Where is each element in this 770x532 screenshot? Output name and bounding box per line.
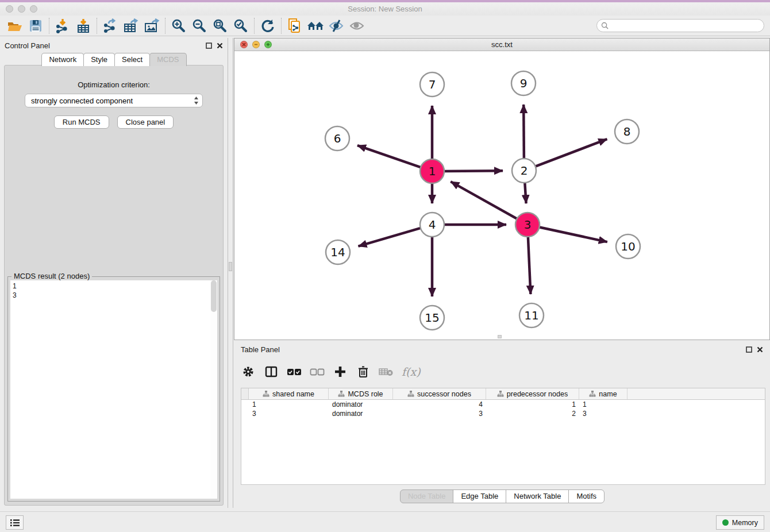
- column-header-predecessor-nodes[interactable]: predecessor nodes: [486, 388, 579, 399]
- graph-node-3[interactable]: 3: [515, 213, 540, 237]
- network-canvas[interactable]: 1234678910111415: [234, 51, 769, 340]
- tab-node-table[interactable]: Node Table: [400, 489, 454, 503]
- float-table-panel-icon[interactable]: [746, 346, 752, 353]
- zoom-fit-icon: [213, 18, 228, 33]
- close-panel-button[interactable]: Close panel: [117, 115, 174, 129]
- table-row[interactable]: 3dominator323: [241, 409, 765, 418]
- table-cell[interactable]: 1: [486, 400, 579, 409]
- table-cell[interactable]: 3: [579, 409, 627, 418]
- graph-node-2[interactable]: 2: [512, 159, 536, 183]
- memory-button[interactable]: Memory: [716, 515, 764, 530]
- zoom-out-button[interactable]: [189, 17, 210, 35]
- float-panel-icon[interactable]: [206, 43, 212, 49]
- graph-edge-1-2[interactable]: [443, 171, 503, 171]
- panel-splitter[interactable]: [228, 38, 233, 508]
- graph-edge-2-8[interactable]: [534, 139, 607, 167]
- column-header-successor-nodes[interactable]: successor nodes: [393, 388, 486, 399]
- import-network-button[interactable]: [52, 17, 73, 35]
- network-resize-grip[interactable]: [498, 335, 502, 338]
- graph-edge-1-6[interactable]: [357, 145, 422, 168]
- network-window-titlebar[interactable]: scc.txt: [234, 38, 769, 51]
- row-header-gutter: [241, 409, 249, 418]
- graph-node-6[interactable]: 6: [325, 126, 349, 151]
- zoom-selected-icon: [233, 18, 248, 33]
- hide-graphics-details-button[interactable]: [326, 17, 346, 35]
- graph-edge-4-14[interactable]: [359, 228, 422, 246]
- save-session-button[interactable]: [25, 17, 46, 35]
- tab-edge-table[interactable]: Edge Table: [453, 489, 506, 503]
- graph-node-10[interactable]: 10: [616, 234, 640, 259]
- tab-network[interactable]: Network: [41, 53, 84, 66]
- duplicate-network-icon: [287, 18, 302, 34]
- open-session-button[interactable]: [5, 17, 25, 35]
- splitter-grip[interactable]: [229, 262, 232, 271]
- table-cell[interactable]: 3: [393, 409, 486, 418]
- zoom-in-button[interactable]: [168, 17, 189, 35]
- table-cell[interactable]: 4: [393, 400, 486, 409]
- table-cell[interactable]: 1: [249, 400, 329, 409]
- zoom-in-icon: [171, 18, 186, 33]
- optimization-criterion-select[interactable]: strongly connected component: [25, 94, 203, 107]
- new-network-from-selection-button[interactable]: [284, 17, 305, 35]
- show-graphics-details-button[interactable]: [346, 17, 367, 35]
- home-networks-button[interactable]: [305, 17, 326, 35]
- graph-node-11[interactable]: 11: [519, 303, 544, 327]
- graph-node-14[interactable]: 14: [326, 240, 350, 264]
- close-panel-icon[interactable]: [217, 43, 223, 49]
- table-cell[interactable]: 3: [249, 409, 329, 418]
- tab-style[interactable]: Style: [83, 53, 115, 66]
- export-table-button[interactable]: [121, 17, 141, 35]
- export-image-button[interactable]: [141, 17, 162, 35]
- table-row[interactable]: 1dominator411: [241, 400, 765, 409]
- scrollbar-thumb[interactable]: [211, 280, 217, 312]
- zoom-selected-button[interactable]: [230, 17, 251, 35]
- column-settings-button[interactable]: [241, 364, 256, 379]
- toggle-column-layout-button[interactable]: [264, 364, 279, 379]
- table-cell[interactable]: 1: [579, 400, 627, 409]
- table-cell[interactable]: 2: [486, 409, 579, 418]
- graph-node-7[interactable]: 7: [420, 72, 444, 97]
- column-header-MCDS-role[interactable]: MCDS role: [329, 388, 393, 399]
- graph-node-4[interactable]: 4: [420, 213, 444, 237]
- graph-edge-2-3[interactable]: [525, 182, 526, 203]
- run-mcds-button[interactable]: Run MCDS: [54, 115, 109, 129]
- refresh-network-button[interactable]: [257, 17, 278, 35]
- column-header-name[interactable]: name: [579, 388, 627, 399]
- graph-node-8[interactable]: 8: [615, 119, 639, 144]
- graph-edge-3-1[interactable]: [451, 182, 518, 219]
- delete-column-button[interactable]: [356, 364, 371, 379]
- graph-node-9[interactable]: 9: [511, 71, 536, 95]
- select-all-columns-button[interactable]: [287, 364, 302, 379]
- refresh-icon: [260, 18, 275, 33]
- zoom-fit-button[interactable]: [210, 17, 230, 35]
- deselect-all-columns-button[interactable]: [310, 364, 325, 379]
- delete-table-button[interactable]: [379, 364, 394, 379]
- tab-network-table[interactable]: Network Table: [506, 489, 569, 503]
- mcds-result-scrollbar[interactable]: [210, 280, 217, 499]
- graph-edge-3-10[interactable]: [538, 227, 607, 242]
- close-table-panel-icon[interactable]: [757, 346, 763, 353]
- tab-mcds[interactable]: MCDS: [149, 53, 186, 66]
- search-input[interactable]: [611, 22, 764, 30]
- tab-motifs[interactable]: Motifs: [568, 489, 605, 503]
- function-builder-button[interactable]: f(x): [402, 364, 421, 379]
- graph-node-15[interactable]: 15: [420, 306, 444, 330]
- table-cell[interactable]: dominator: [329, 400, 393, 409]
- add-column-button[interactable]: [333, 364, 348, 379]
- column-header-shared-name[interactable]: shared name: [249, 388, 329, 399]
- task-history-button[interactable]: [6, 515, 24, 530]
- network-graph: 1234678910111415: [234, 51, 769, 340]
- graph-node-1[interactable]: 1: [420, 159, 444, 183]
- graph-edge-2-9[interactable]: [523, 105, 524, 160]
- optimization-criterion-value: strongly connected component: [31, 97, 194, 105]
- window-title: Session: New Session: [0, 5, 770, 13]
- svg-text:8: 8: [623, 125, 631, 138]
- tab-select[interactable]: Select: [114, 53, 150, 66]
- table-cell[interactable]: dominator: [329, 409, 393, 418]
- graph-edge-3-11[interactable]: [528, 236, 531, 294]
- import-table-button[interactable]: [73, 17, 94, 35]
- export-network-button[interactable]: [100, 17, 121, 35]
- control-panel: Control Panel NetworkStyleSelectMCDS Opt…: [0, 38, 228, 508]
- column-header-label: name: [599, 390, 617, 398]
- column-header-label: predecessor nodes: [507, 390, 568, 398]
